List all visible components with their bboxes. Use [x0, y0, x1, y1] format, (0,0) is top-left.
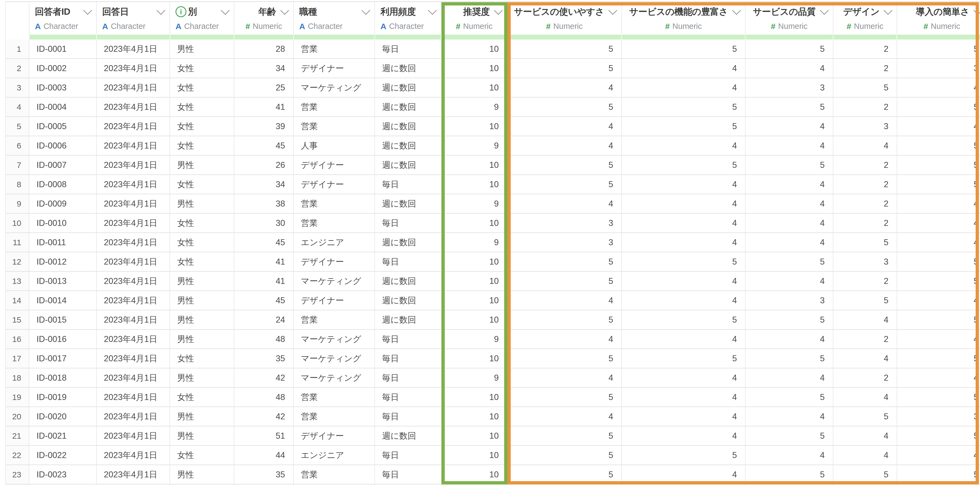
cell-response_date: 2023年4月1日 [97, 349, 170, 368]
cell-occupation: デザイナー [294, 291, 375, 310]
cell-age: 38 [234, 194, 294, 214]
column-header-ease_of_use[interactable]: サービスの使いやすさ # Numeric [508, 2, 622, 35]
cell-ease_of_adoption: 5 [897, 349, 980, 368]
cell-usage_frequency: 毎日 [375, 407, 441, 426]
cell-design: 2 [834, 40, 897, 59]
column-header-gender[interactable]: i別 A Character [170, 2, 234, 35]
cell-gender: 男性 [170, 291, 234, 310]
cell-design: 2 [834, 194, 897, 214]
cell-respondent_id: ID-0021 [29, 426, 97, 446]
column-title: 年齢 [258, 6, 276, 18]
cell-feature_richness: 4 [622, 214, 746, 233]
cell-ease_of_use: 5 [508, 349, 622, 368]
column-title: 回答者ID [35, 6, 70, 18]
chevron-down-icon[interactable] [428, 6, 437, 15]
cell-response_date: 2023年4月1日 [97, 446, 170, 465]
table-row: 8ID-00082023年4月1日女性34デザイナー毎日1054425 [6, 175, 980, 194]
cell-ease_of_adoption: 5 [897, 136, 980, 156]
cell-ease_of_adoption: 5 [897, 156, 980, 175]
cell-usage_frequency: 毎日 [375, 368, 441, 388]
cell-design: 4 [834, 349, 897, 368]
table-row: 21ID-00212023年4月1日男性51デザイナー週に数回1054545 [6, 426, 980, 446]
column-title: デザイン [843, 6, 880, 18]
type-character-icon: A [102, 22, 108, 31]
cell-nps_score: 10 [441, 407, 508, 426]
row-number: 21 [6, 426, 29, 446]
column-title: 職種 [299, 6, 317, 18]
chevron-down-icon[interactable] [974, 6, 980, 15]
row-number: 6 [6, 136, 29, 156]
table-row: 10ID-00102023年4月1日女性30営業毎日1034424 [6, 214, 980, 233]
row-number: 2 [6, 59, 29, 78]
cell-nps_score: 10 [441, 78, 508, 97]
cell-age: 45 [234, 136, 294, 156]
cell-design: 4 [834, 310, 897, 330]
column-type-label: Numeric [854, 22, 883, 31]
column-header-feature_richness[interactable]: サービスの機能の豊富さ # Numeric [622, 2, 746, 35]
cell-service_quality: 4 [746, 272, 834, 291]
cell-feature_richness: 4 [622, 59, 746, 78]
cell-gender: 女性 [170, 117, 234, 136]
row-number: 1 [6, 40, 29, 59]
chevron-down-icon[interactable] [361, 6, 371, 15]
chevron-down-icon[interactable] [221, 6, 230, 15]
chevron-down-icon[interactable] [83, 6, 92, 15]
chevron-down-icon[interactable] [732, 6, 741, 15]
cell-age: 35 [234, 349, 294, 368]
column-header-usage_frequency[interactable]: 利用頻度 A Character [375, 2, 441, 35]
cell-ease_of_use: 5 [508, 156, 622, 175]
chevron-down-icon[interactable] [883, 6, 892, 15]
cell-nps_score: 9 [441, 368, 508, 388]
row-number: 7 [6, 156, 29, 175]
column-header-design[interactable]: デザイン # Numeric [834, 2, 897, 35]
cell-response_date: 2023年4月1日 [97, 388, 170, 407]
column-header-response_date[interactable]: 回答日 A Character [97, 2, 170, 35]
cell-age: 26 [234, 156, 294, 175]
cell-feature_richness: 5 [622, 252, 746, 272]
cell-age: 51 [234, 426, 294, 446]
cell-respondent_id: ID-0012 [29, 252, 97, 272]
cell-feature_richness: 4 [622, 233, 746, 252]
chevron-down-icon[interactable] [608, 6, 617, 15]
column-type-label: Character [389, 22, 424, 31]
type-character-icon: A [299, 22, 305, 31]
column-header-respondent_id[interactable]: 回答者ID A Character [29, 2, 97, 35]
cell-usage_frequency: 毎日 [375, 40, 441, 59]
cell-respondent_id: ID-0007 [29, 156, 97, 175]
column-header-age[interactable]: 年齢 # Numeric [234, 2, 294, 35]
cell-response_date: 2023年4月1日 [97, 272, 170, 291]
header-underline [622, 35, 746, 40]
cell-design: 4 [834, 446, 897, 465]
chevron-down-icon[interactable] [820, 6, 829, 15]
header-underline-row [6, 35, 980, 40]
cell-ease_of_use: 5 [508, 310, 622, 330]
row-number: 4 [6, 97, 29, 117]
info-icon[interactable]: i [175, 6, 186, 17]
cell-ease_of_adoption: 3 [897, 59, 980, 78]
cell-service_quality: 3 [746, 78, 834, 97]
column-header-nps_score[interactable]: 推奨度 # Numeric [441, 2, 508, 35]
cell-usage_frequency: 週に数回 [375, 310, 441, 330]
cell-occupation: マーケティング [294, 272, 375, 291]
cell-respondent_id: ID-0009 [29, 194, 97, 214]
column-header-service_quality[interactable]: サービスの品質 # Numeric [746, 2, 834, 35]
column-title-group: サービスの機能の豊富さ [629, 6, 728, 18]
cell-nps_score: 9 [441, 233, 508, 252]
cell-feature_richness: 5 [622, 446, 746, 465]
type-character-icon: A [175, 22, 181, 31]
chevron-down-icon[interactable] [156, 6, 165, 15]
cell-gender: 女性 [170, 78, 234, 97]
chevron-down-icon[interactable] [280, 6, 289, 15]
cell-usage_frequency: 週に数回 [375, 156, 441, 175]
cell-design: 4 [834, 426, 897, 446]
cell-design: 4 [834, 388, 897, 407]
column-header-top: サービスの使いやすさ [513, 6, 616, 18]
chevron-down-icon[interactable] [494, 6, 503, 15]
column-header-occupation[interactable]: 職種 A Character [294, 2, 375, 35]
cell-ease_of_use: 5 [508, 388, 622, 407]
column-header-top: サービスの品質 [751, 6, 827, 18]
cell-respondent_id: ID-0023 [29, 465, 97, 485]
cell-ease_of_use: 4 [508, 368, 622, 388]
cell-respondent_id: ID-0004 [29, 97, 97, 117]
column-header-ease_of_adoption[interactable]: 導入の簡単さ # Numeric [897, 2, 980, 35]
